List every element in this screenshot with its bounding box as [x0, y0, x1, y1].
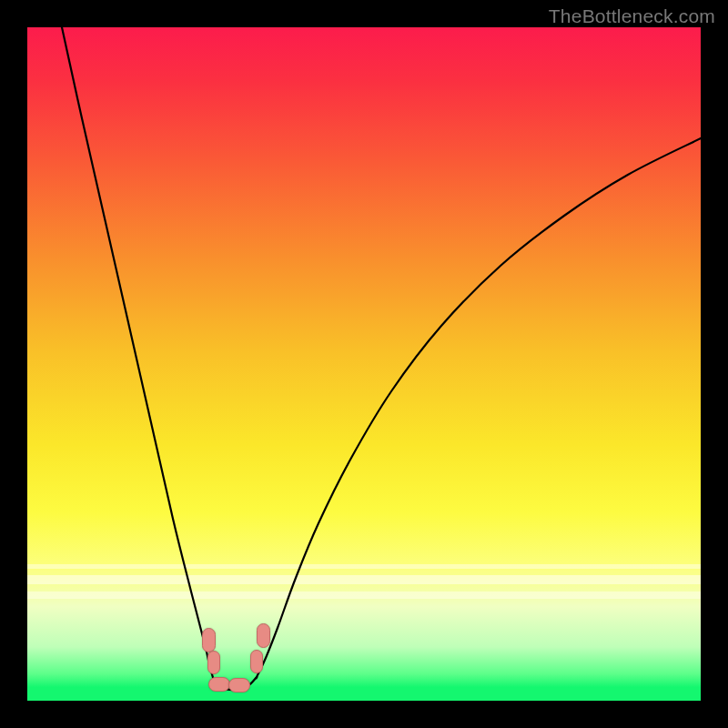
marker-bottom-2 [228, 678, 250, 693]
watermark-text: TheBottleneck.com [549, 5, 715, 27]
marker-left-upper [202, 628, 216, 652]
data-markers-layer [27, 27, 701, 701]
marker-left-mid [207, 651, 220, 674]
marker-bottom-1 [208, 677, 230, 692]
plot-area [27, 27, 701, 701]
outer-frame: TheBottleneck.com [0, 0, 728, 728]
marker-right-upper [257, 623, 270, 648]
marker-right-mid [250, 650, 263, 673]
